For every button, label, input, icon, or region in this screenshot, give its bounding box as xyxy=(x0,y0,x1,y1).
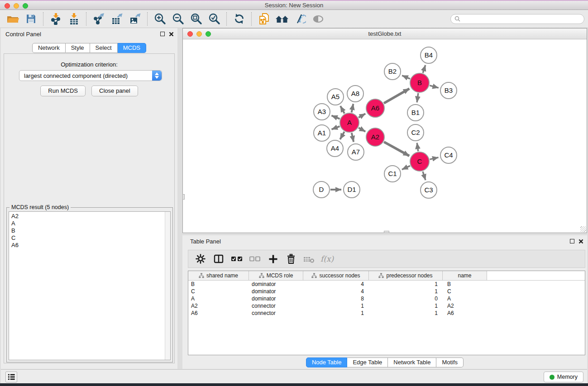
tab-motifs[interactable]: Motifs xyxy=(436,357,464,367)
graph-node-B[interactable]: B xyxy=(410,73,429,92)
float-panel-icon[interactable] xyxy=(570,239,574,243)
close-panel-icon[interactable] xyxy=(578,239,583,244)
graph-node-A5[interactable]: A5 xyxy=(327,89,344,105)
result-list-scrollbar[interactable] xyxy=(165,212,170,360)
column-header-MCDS-role[interactable]: MCDS role xyxy=(249,271,303,281)
graph-edge[interactable] xyxy=(423,172,425,180)
zoom-network-window-button[interactable] xyxy=(206,31,211,37)
zoom-selected-button[interactable] xyxy=(205,11,223,27)
graph-node-A4[interactable]: A4 xyxy=(327,140,343,157)
result-list-item[interactable]: B xyxy=(11,227,170,234)
save-session-button[interactable] xyxy=(22,11,40,27)
duplicate-network-button[interactable] xyxy=(255,11,273,27)
graph-edge[interactable] xyxy=(384,89,409,103)
zoom-in-button[interactable] xyxy=(151,11,169,27)
create-column-button[interactable] xyxy=(265,252,281,266)
graph-node-D[interactable]: D xyxy=(313,181,330,198)
graph-node-D1[interactable]: D1 xyxy=(344,181,360,198)
network-canvas[interactable]: AA1A3A5A8A4A7A6A2BB2B4B3B1CC2C4C1C3DD1 xyxy=(183,39,586,233)
graph-node-A1[interactable]: A1 xyxy=(314,125,330,141)
graph-node-A[interactable]: A xyxy=(340,113,359,132)
minimize-window-button[interactable] xyxy=(14,3,19,9)
close-network-window-button[interactable] xyxy=(187,31,193,37)
float-panel-icon[interactable] xyxy=(160,32,165,36)
graph-node-A6[interactable]: A6 xyxy=(366,99,384,117)
result-list-item[interactable]: A xyxy=(11,220,170,227)
table-row[interactable]: A6connector11A6 xyxy=(188,310,585,317)
formula-toggle-button[interactable]: f xyxy=(291,11,309,27)
graph-node-B1[interactable]: B1 xyxy=(407,105,424,121)
column-header-shared-name[interactable]: shared name xyxy=(188,271,249,281)
result-list-item[interactable]: A2 xyxy=(11,213,170,220)
splitter-handle[interactable] xyxy=(182,194,185,200)
graph-edge[interactable] xyxy=(430,157,439,159)
column-header-successor-nodes[interactable]: successor nodes xyxy=(303,271,369,281)
export-network-button[interactable] xyxy=(90,11,108,27)
function-builder-button[interactable]: f(x) xyxy=(320,254,334,263)
optimization-criterion-select[interactable]: largest connected component (directed) xyxy=(19,70,162,81)
close-window-button[interactable] xyxy=(5,3,10,9)
zoom-out-button[interactable] xyxy=(169,11,187,27)
graph-node-C[interactable]: C xyxy=(410,152,429,171)
graph-node-C3[interactable]: C3 xyxy=(421,182,437,198)
network-graph[interactable]: AA1A3A5A8A4A7A6A2BB2B4B3B1CC2C4C1C3DD1 xyxy=(183,39,586,233)
table-row[interactable]: A2connector11A2 xyxy=(188,302,585,310)
memory-button[interactable]: Memory xyxy=(544,372,583,382)
tab-style[interactable]: Style xyxy=(66,43,90,53)
eye-toggle-button[interactable] xyxy=(309,11,327,27)
column-header-name[interactable]: name xyxy=(443,271,487,281)
search-input[interactable] xyxy=(463,16,580,22)
network-view-window[interactable]: testGlobe.txt AA1A3A5A8A4A7A6A2BB2B4B3B1… xyxy=(182,28,587,233)
table-row[interactable]: Cdominator41C xyxy=(188,288,585,295)
tab-network-table[interactable]: Network Table xyxy=(388,357,436,367)
import-network-button[interactable] xyxy=(47,11,65,27)
graph-node-A8[interactable]: A8 xyxy=(347,86,363,102)
graph-edge[interactable] xyxy=(402,166,410,169)
tab-node-table[interactable]: Node Table xyxy=(306,357,348,367)
close-panel-button[interactable]: Close panel xyxy=(91,86,138,96)
export-table-button[interactable] xyxy=(108,11,126,27)
task-history-button[interactable] xyxy=(5,372,17,382)
delete-column-button[interactable] xyxy=(283,252,299,266)
tab-edge-table[interactable]: Edge Table xyxy=(347,357,388,367)
graph-node-B4[interactable]: B4 xyxy=(421,47,437,63)
splitter-handle[interactable] xyxy=(384,231,389,233)
minimize-network-window-button[interactable] xyxy=(196,31,202,37)
resize-grip[interactable] xyxy=(580,226,586,232)
graph-edge[interactable] xyxy=(352,133,354,142)
cybrowser-home-button[interactable] xyxy=(273,11,291,27)
node-table[interactable]: shared nameMCDS rolesuccessor nodesprede… xyxy=(188,271,585,355)
export-image-button[interactable] xyxy=(126,11,144,27)
open-session-button[interactable] xyxy=(4,11,22,27)
graph-edge[interactable] xyxy=(417,93,418,102)
mcds-result-list[interactable]: A2ABCA6 xyxy=(9,211,171,360)
graph-edge[interactable] xyxy=(359,114,365,118)
run-mcds-button[interactable]: Run MCDS xyxy=(40,86,86,96)
graph-node-B2[interactable]: B2 xyxy=(384,63,401,80)
result-list-item[interactable]: A6 xyxy=(11,242,170,249)
unselect-all-columns-button[interactable] xyxy=(247,252,263,266)
table-settings-button[interactable] xyxy=(193,252,208,266)
graph-node-C4[interactable]: C4 xyxy=(440,147,457,163)
tab-mcds[interactable]: MCDS xyxy=(118,43,146,53)
graph-node-C2[interactable]: C2 xyxy=(407,124,424,141)
search-field[interactable] xyxy=(450,14,584,24)
graph-node-C1[interactable]: C1 xyxy=(384,166,401,182)
graph-edge[interactable] xyxy=(402,76,410,79)
graph-edge[interactable] xyxy=(332,126,340,129)
graph-edge[interactable] xyxy=(423,65,425,73)
graph-edge[interactable] xyxy=(384,142,409,156)
result-list-item[interactable]: C xyxy=(11,234,170,242)
table-row[interactable]: Adominator80A xyxy=(188,295,585,302)
column-header-predecessor-nodes[interactable]: predecessor nodes xyxy=(369,271,443,281)
graph-edge[interactable] xyxy=(340,132,344,139)
main-titlebar[interactable]: Session: New Session xyxy=(0,1,588,10)
delete-table-button[interactable] xyxy=(301,252,317,266)
select-all-columns-button[interactable] xyxy=(229,252,244,266)
show-column-panel-button[interactable] xyxy=(211,252,226,266)
zoom-fit-button[interactable] xyxy=(187,11,205,27)
tab-network[interactable]: Network xyxy=(32,43,66,53)
graph-edge[interactable] xyxy=(340,106,344,114)
graph-node-B3[interactable]: B3 xyxy=(440,82,457,99)
graph-node-A2[interactable]: A2 xyxy=(366,128,384,146)
